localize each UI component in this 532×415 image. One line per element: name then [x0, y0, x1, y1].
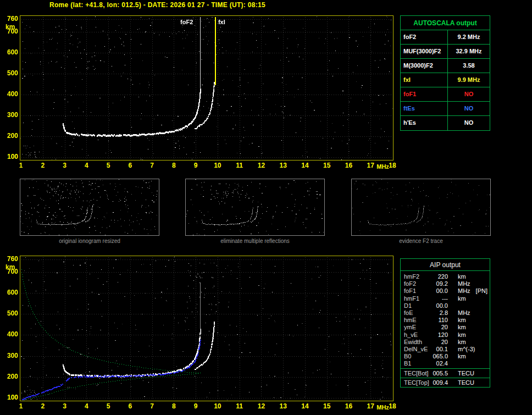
- aip-param-label: TEC[Bot]: [401, 370, 431, 377]
- aip-param-value: 220: [431, 273, 448, 280]
- aip-param-unit: TECU: [458, 370, 474, 377]
- aip-row-tectop: TEC[Top]009.4TECU: [401, 378, 490, 386]
- aip-param-value: 20: [431, 324, 448, 331]
- aip-param-label: D1: [401, 302, 431, 309]
- aip-param-unit: TECU: [458, 379, 474, 386]
- aip-param-value: 00.0: [431, 287, 448, 295]
- autoscala-param-value: 32.9 MHz: [448, 45, 490, 58]
- aip-param-value: 00.1: [431, 346, 448, 353]
- aip-panel-header: AIP output: [401, 259, 490, 271]
- aip-param-unit: km: [458, 353, 466, 360]
- autoscala-rows: foF29.2 MHzMUF(3000)F232.9 MHzM(3000)F23…: [401, 30, 490, 130]
- x-tick-label: 1: [14, 162, 27, 169]
- aip-param-unit: MHz: [458, 287, 470, 295]
- aip-param-unit: km: [458, 317, 466, 324]
- autoscala-row-muf3000f2: MUF(3000)F232.9 MHz: [401, 45, 490, 59]
- marker-label-foF2: foF2: [180, 19, 193, 25]
- aip-row-foe: foE2.8MHz: [401, 309, 490, 317]
- autoscala-param-label: foF1: [401, 87, 448, 101]
- autoscala-param-label: M(3000)F2: [401, 59, 448, 73]
- x-axis-unit: MHz: [376, 163, 389, 170]
- aip-param-value: 00.0: [431, 302, 448, 309]
- thumb-original-canvas: [20, 179, 159, 235]
- y-tick-label: 400: [2, 331, 18, 338]
- thumb-caption-original: original ionogram resized: [20, 238, 159, 244]
- x-tick-label: 5: [102, 402, 115, 410]
- x-tick-label: 5: [102, 162, 115, 169]
- autoscala-row-fof2: foF29.2 MHz: [401, 30, 490, 45]
- aip-param-unit: m^(-3): [458, 346, 475, 353]
- aip-param-value: 065.0: [431, 353, 448, 360]
- x-tick-label: 11: [233, 162, 246, 169]
- aip-row-b1: B102.4: [401, 360, 490, 367]
- aip-param-unit: MHz: [458, 280, 470, 287]
- thumb-original-ionogram: [20, 179, 159, 236]
- autoscala-row-fof1: foF1NO: [401, 87, 490, 102]
- y-tick-label: 200: [2, 132, 18, 140]
- aip-row-tecbot: TEC[Bot]005.5TECU: [401, 368, 490, 377]
- y-tick-label: 600: [2, 49, 18, 56]
- aip-param-value: 2.8: [431, 309, 448, 317]
- aip-row-fof1: foF100.0MHz[PN]: [401, 287, 490, 295]
- x-tick-label: 14: [298, 162, 312, 169]
- aip-param-label: hmF2: [401, 273, 431, 280]
- thumb-caption-reflections: eliminate multiple reflections: [185, 238, 325, 244]
- main-ionogram-frame: [20, 15, 394, 161]
- autoscala-row-ftes: ftEsNO: [401, 102, 490, 116]
- autoscala-param-value: 9.2 MHz: [448, 30, 490, 44]
- aip-param-label: foF1: [401, 287, 431, 295]
- y-tick-label: 500: [2, 70, 18, 77]
- autoscala-param-value: 3.58: [448, 59, 490, 73]
- y-tick-label: 200: [2, 373, 18, 380]
- x-tick-label: 15: [320, 402, 334, 410]
- y-axis-unit: km: [5, 23, 15, 31]
- aip-param-label: hmE: [401, 317, 431, 324]
- aip-param-label: foE: [401, 309, 431, 317]
- x-tick-label: 14: [298, 402, 312, 410]
- autoscala-param-label: ftEs: [401, 102, 448, 115]
- aip-param-label: TEC[Top]: [401, 379, 431, 386]
- y-tick-label: 100: [2, 394, 18, 401]
- autoscala-row-m3000f2: M(3000)F23.58: [401, 59, 490, 73]
- y-tick-label: 100: [2, 153, 18, 161]
- aip-param-unit: km: [458, 273, 466, 280]
- autoscala-param-label: fxI: [401, 73, 448, 87]
- y-tick-label: 760: [2, 15, 18, 23]
- x-tick-label: 12: [254, 162, 268, 169]
- aip-param-unit: km: [458, 324, 466, 331]
- x-tick-label: 16: [342, 402, 355, 410]
- aip-param-unit: km: [458, 331, 466, 339]
- aip-param-value: 009.4: [431, 379, 448, 386]
- aip-row-hve: h_vE120km: [401, 331, 490, 339]
- thumb-multiple-reflections-canvas: [186, 179, 324, 235]
- aip-row-hme: hmE110km: [401, 317, 490, 324]
- aip-param-label: B1: [401, 360, 431, 367]
- y-axis-unit: km: [5, 263, 15, 271]
- aip-param-label: foF2: [401, 280, 431, 287]
- thumb-f2-trace-canvas: [352, 179, 490, 235]
- aip-param-value: 20: [431, 339, 448, 346]
- aip-param-value: 09.2: [431, 280, 448, 287]
- aip-param-unit: km: [458, 339, 466, 346]
- aip-param-value: 120: [431, 331, 448, 339]
- x-tick-label: 3: [58, 162, 71, 169]
- x-tick-label: 6: [124, 402, 137, 410]
- x-tick-label: 1: [14, 402, 27, 410]
- thumb-multiple-reflections: [185, 179, 325, 236]
- aip-row-hmf1: hmF1---km: [401, 295, 490, 302]
- aip-param-value: 005.5: [431, 370, 448, 377]
- x-tick-label: 15: [320, 162, 334, 169]
- autoscala-param-value: NO: [448, 116, 490, 130]
- autoscala-param-label: h'Es: [401, 116, 448, 130]
- x-tick-label: 6: [124, 162, 137, 169]
- x-tick-label: 3: [58, 402, 71, 410]
- aip-param-unit: MHz: [458, 309, 470, 317]
- aip-row-ewidth: Ewidth20km: [401, 339, 490, 346]
- aip-output-panel: AIP output hmF2220kmfoF209.2MHzfoF100.0M…: [400, 258, 490, 388]
- profile-ionogram-frame: [20, 256, 394, 401]
- main-ionogram-canvas: [20, 16, 393, 160]
- autoscala-param-label: foF2: [401, 30, 448, 44]
- autoscala-param-value: NO: [448, 87, 490, 101]
- y-tick-label: 760: [2, 256, 18, 263]
- x-tick-label: 10: [211, 162, 224, 169]
